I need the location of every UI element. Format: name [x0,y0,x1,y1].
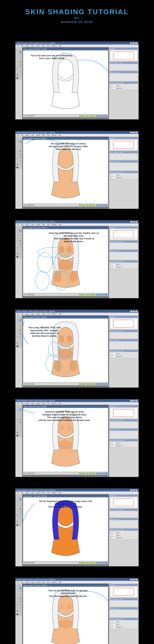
tool-button[interactable]: ⧈ [19,517,22,520]
panel-header[interactable]: Navigator [110,316,138,318]
tool-button[interactable]: ⟲ [19,603,22,606]
tool-button[interactable]: ✂ [19,322,22,325]
tool-button[interactable]: ▤ [19,153,22,156]
panel-header[interactable]: Color | Swatches | Styles [110,598,138,600]
document-tab[interactable]: Iraiya_1.jpg @ 116% (Layer 1, RGB/16) [23,406,108,408]
tool-button[interactable]: ▭ [16,316,19,319]
menu-item[interactable]: File [17,582,19,583]
layer-row[interactable]: ๏Background [110,87,137,90]
menu-item[interactable]: View [47,492,50,494]
panel-header[interactable]: Navigator [110,137,138,139]
taskbar-tab[interactable]: CREATE PDF [86,294,95,296]
tool-button[interactable]: ✎ [19,408,22,411]
tool-button[interactable]: ▤ [19,421,22,424]
tool-button[interactable]: ✐ [19,57,22,60]
tool-button[interactable]: ◆ [16,73,19,76]
tool-button[interactable]: ⎚ [16,418,19,421]
tool-button[interactable]: ✂ [19,143,22,146]
tool-button[interactable]: ⟲ [19,246,22,248]
tool-button[interactable]: ✎ [19,587,22,590]
tool-button[interactable]: ▤ [19,332,22,335]
tool-button[interactable]: ⇢ [19,226,22,229]
tool-button[interactable]: ⧈ [19,428,22,430]
maximize-button[interactable] [133,400,135,402]
document-tab[interactable]: Iraiya_1.jpg @ 77.9% (Layer 1, Gray/8#) [23,48,108,50]
tool-button[interactable]: ◯ [16,335,19,338]
visibility-icon[interactable]: ๏ [110,353,112,355]
panel-header[interactable]: Navigator [110,584,138,586]
tool-button[interactable]: ▭ [16,48,19,50]
tool-button[interactable]: ⬚ [16,159,19,162]
tool-button[interactable]: ◧ [19,328,22,332]
taskbar-tab[interactable]: Adobe Photosh… [96,115,107,117]
menu-item[interactable]: File [17,313,19,315]
tool-button[interactable]: T [16,64,19,66]
visibility-icon[interactable]: ๏ [110,534,112,536]
tool-button[interactable]: ▤ [19,242,22,245]
tool-button[interactable]: ✎ [19,230,22,232]
taskbar-tab[interactable]: CREATE PDF [86,115,95,117]
tool-button[interactable]: ⟲ [19,424,22,427]
menu-item[interactable]: Select [36,45,40,47]
panel-header[interactable]: History | Actions [110,250,138,252]
tool-button[interactable]: ⟲ [19,514,22,517]
tool-button[interactable]: ✐ [19,236,22,239]
tool-button[interactable]: ◇ [19,431,22,434]
document-tab[interactable]: Iraiya_1.jpg @ 116% (Layer 1, RGB/16) [23,137,108,140]
menu-item[interactable]: Window [52,313,57,315]
tool-button[interactable]: ⟲ [19,335,22,338]
tool-button[interactable]: ◇ [19,520,22,523]
document-tab[interactable]: Iraiya_1.jpg @ 77.9% (Layer 2, RGB/16) [23,495,108,497]
tool-button[interactable]: ⌖ [16,590,19,593]
canvas[interactable]: First of all open your line art in Photo… [23,50,108,114]
menu-item[interactable]: View [47,224,50,226]
menu-item[interactable]: Help [59,313,62,315]
panel-header[interactable]: Color | Swatches | Styles [110,420,138,422]
tool-button[interactable]: T [16,332,19,335]
taskbar-tab[interactable]: Adobe Photosh… [96,473,107,474]
menu-item[interactable]: Select [36,134,40,136]
tool-button[interactable]: ▭ [16,494,19,498]
layer-row[interactable]: ๏Layer 1 [110,352,137,355]
menu-item[interactable]: Image [25,492,29,494]
navigator-thumb[interactable] [110,497,137,508]
tool-button[interactable]: ✂ [19,590,22,593]
tool-button[interactable]: ✎ [19,140,22,143]
canvas[interactable]: Then set the blending mode for the layer… [23,586,108,644]
panel-header[interactable]: History | Actions [110,160,138,163]
tool-button[interactable]: ◧ [19,507,22,510]
tool-button[interactable]: ⌖ [16,232,19,236]
tool-button[interactable]: ⬚ [16,249,19,252]
panel-header[interactable]: Navigator [110,495,138,497]
tool-button[interactable]: ✂ [19,54,22,57]
tool-button[interactable]: T [16,242,19,245]
taskbar-tab[interactable]: Adobe Photosh… [96,383,107,385]
visibility-icon[interactable]: ๏ [110,626,112,628]
menu-item[interactable]: Filter [42,224,45,226]
visibility-icon[interactable]: ๏ [110,174,112,176]
minimize-button[interactable] [130,489,132,491]
tool-button[interactable]: ○ [19,344,22,348]
menu-item[interactable]: Filter [42,313,45,315]
layer-row[interactable]: ๏Background [110,176,137,179]
panel-header[interactable]: Layers | Channels | Paths [110,439,138,442]
tool-button[interactable]: ⌖ [16,54,19,57]
tool-button[interactable]: ⬤ [16,76,19,80]
tool-button[interactable]: ⬤ [16,523,19,526]
taskbar-tab[interactable]: START [79,562,85,564]
menu-item[interactable]: View [47,582,50,583]
taskbar-tab[interactable]: Adobe Photosh… [96,204,107,206]
canvas[interactable]: Using the smae brush go over the 'shadow… [23,229,108,293]
tool-button[interactable]: ⧈ [19,606,22,609]
tool-button[interactable]: ⇢ [19,584,22,587]
tool-button[interactable]: ⌖ [16,501,19,504]
tool-button[interactable]: ⇢ [19,494,22,498]
tool-button[interactable]: ⊹ [16,498,19,501]
tool-button[interactable]: ⬤ [16,613,19,616]
tool-button[interactable]: ◯ [16,156,19,159]
menu-item[interactable]: View [47,134,50,136]
maximize-button[interactable] [133,489,135,491]
tool-button[interactable]: ○ [19,76,22,80]
menu-item[interactable]: Window [52,582,57,583]
tool-button[interactable]: ✎ [19,498,22,501]
